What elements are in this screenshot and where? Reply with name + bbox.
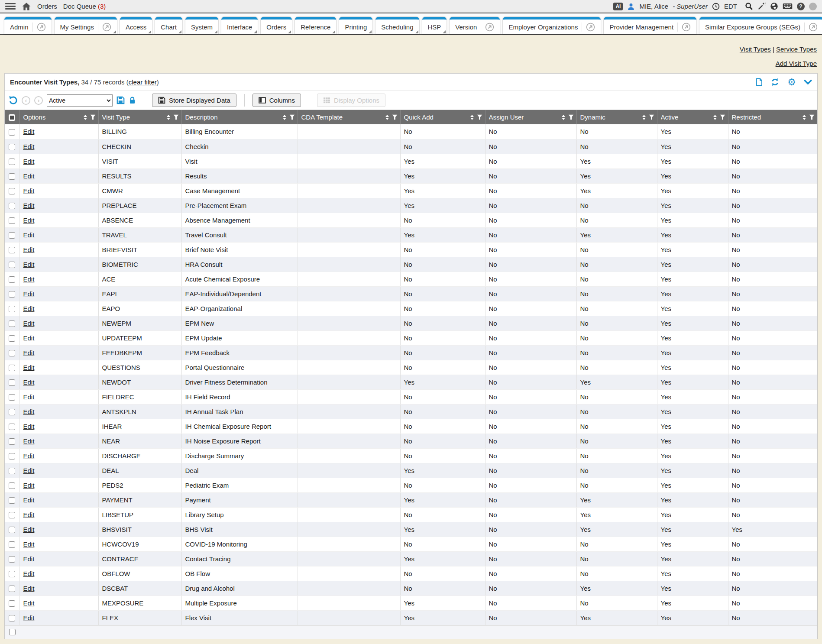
edit-link[interactable]: Edit — [23, 570, 35, 577]
edit-link[interactable]: Edit — [23, 305, 35, 312]
row-checkbox[interactable] — [9, 335, 15, 342]
clock-icon[interactable] — [712, 3, 720, 10]
columns-button[interactable]: Columns — [252, 94, 301, 107]
row-checkbox[interactable] — [9, 291, 15, 298]
row-checkbox[interactable] — [9, 173, 15, 180]
hamburger-menu-icon[interactable] — [5, 3, 16, 10]
home-icon[interactable] — [22, 2, 31, 11]
row-checkbox[interactable] — [9, 409, 15, 415]
row-checkbox[interactable] — [9, 556, 15, 563]
row-checkbox[interactable] — [9, 129, 15, 136]
edit-link[interactable]: Edit — [23, 261, 35, 268]
nav-tab[interactable]: System — [185, 17, 218, 34]
edit-link[interactable]: Edit — [23, 128, 35, 135]
filter-icon[interactable] — [289, 114, 295, 120]
filter-icon[interactable] — [173, 114, 179, 120]
service-types-link[interactable]: Service Types — [776, 45, 817, 53]
row-checkbox[interactable] — [9, 453, 15, 460]
keyboard-icon[interactable] — [783, 3, 793, 10]
edit-link[interactable]: Edit — [23, 599, 35, 607]
filter-icon[interactable] — [809, 114, 815, 120]
magic-wand-icon[interactable] — [757, 2, 766, 10]
row-checkbox[interactable] — [9, 512, 15, 518]
nav-tab[interactable]: Provider Management — [604, 17, 696, 34]
row-checkbox[interactable] — [9, 350, 15, 356]
sort-icon[interactable] — [385, 115, 389, 120]
edit-link[interactable]: Edit — [23, 364, 35, 371]
edit-link[interactable]: Edit — [23, 408, 35, 415]
row-checkbox[interactable] — [9, 276, 15, 283]
undo-icon[interactable] — [9, 96, 18, 105]
refresh-icon[interactable] — [770, 78, 780, 87]
row-checkbox[interactable] — [9, 468, 15, 474]
search-icon[interactable] — [745, 2, 753, 10]
external-link-icon[interactable] — [32, 23, 46, 32]
column-header[interactable]: CDA Template — [298, 110, 400, 124]
edit-link[interactable]: Edit — [23, 496, 35, 504]
lock-icon[interactable] — [129, 96, 136, 104]
filter-icon[interactable] — [392, 114, 398, 120]
nav-tab[interactable]: Interface — [221, 17, 258, 34]
edit-link[interactable]: Edit — [23, 452, 35, 460]
edit-link[interactable]: Edit — [23, 526, 35, 533]
sort-icon[interactable] — [84, 115, 87, 120]
sort-icon[interactable] — [283, 115, 286, 120]
edit-link[interactable]: Edit — [23, 437, 35, 445]
row-checkbox[interactable] — [9, 188, 15, 194]
edit-link[interactable]: Edit — [23, 334, 35, 342]
row-checkbox[interactable] — [9, 203, 15, 209]
edit-link[interactable]: Edit — [23, 172, 35, 180]
add-visit-type-link[interactable]: Add Visit Type — [776, 60, 817, 67]
column-header[interactable]: Restricted — [728, 110, 817, 124]
filter-icon[interactable] — [90, 114, 96, 120]
edit-link[interactable]: Edit — [23, 585, 35, 592]
nav-tab[interactable]: Scheduling — [375, 17, 419, 34]
visit-types-link[interactable]: Visit Types — [740, 45, 771, 53]
nav-tab[interactable]: Employer Organizations — [503, 17, 601, 34]
row-checkbox[interactable] — [9, 365, 15, 371]
edit-link[interactable]: Edit — [23, 187, 35, 194]
view-filter-select[interactable]: Active — [47, 94, 113, 107]
edit-link[interactable]: Edit — [23, 231, 35, 239]
edit-link[interactable]: Edit — [23, 482, 35, 489]
ai-badge[interactable]: AI — [613, 3, 623, 10]
nav-tab[interactable]: Printing — [339, 17, 372, 34]
row-checkbox[interactable] — [9, 527, 15, 533]
edit-link[interactable]: Edit — [23, 158, 35, 165]
edit-link[interactable]: Edit — [23, 555, 35, 563]
nav-tab[interactable]: Chart — [155, 17, 182, 34]
row-checkbox[interactable] — [9, 600, 15, 607]
column-header[interactable]: Visit Type — [98, 110, 181, 124]
new-document-icon[interactable] — [756, 78, 763, 86]
row-checkbox[interactable] — [9, 571, 15, 577]
nav-tab[interactable]: Similar Exposure Groups (SEGs) — [699, 17, 822, 34]
help-icon[interactable]: ? — [797, 3, 805, 10]
edit-link[interactable]: Edit — [23, 290, 35, 298]
gear-icon[interactable]: ⚙ — [787, 78, 796, 87]
nav-tab[interactable]: My Settings — [55, 17, 117, 34]
clear-filter-link[interactable]: clear filter — [129, 78, 157, 86]
sort-icon[interactable] — [167, 115, 170, 120]
nav-back-icon[interactable]: ‹ — [22, 96, 30, 105]
row-checkbox[interactable] — [9, 159, 15, 165]
edit-link[interactable]: Edit — [23, 202, 35, 209]
column-header[interactable]: Dynamic — [576, 110, 657, 124]
column-header[interactable]: Quick Add — [400, 110, 485, 124]
row-checkbox[interactable] — [9, 615, 15, 621]
sort-icon[interactable] — [713, 115, 717, 120]
external-link-icon[interactable] — [481, 23, 494, 32]
column-header[interactable]: Assign User — [485, 110, 576, 124]
nav-tab[interactable]: Orders — [261, 17, 292, 34]
select-all-checkbox[interactable] — [9, 114, 15, 121]
row-checkbox[interactable] — [9, 424, 15, 430]
edit-link[interactable]: Edit — [23, 320, 35, 327]
sort-icon[interactable] — [642, 115, 646, 120]
row-checkbox[interactable] — [9, 438, 15, 445]
row-checkbox[interactable] — [9, 586, 15, 592]
row-checkbox[interactable] — [9, 541, 15, 548]
breadcrumb-doc-queue[interactable]: Doc Queue (3) — [63, 3, 106, 10]
edit-link[interactable]: Edit — [23, 379, 35, 386]
nav-tab[interactable]: Access — [120, 17, 152, 34]
globe-icon[interactable] — [770, 2, 778, 10]
save-view-icon[interactable] — [117, 96, 125, 104]
